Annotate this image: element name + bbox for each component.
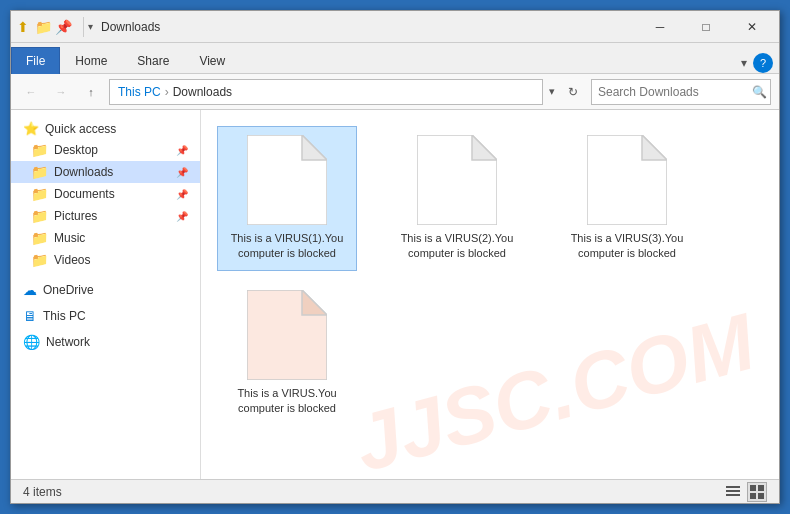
sidebar-item-pictures[interactable]: 📁 Pictures 📌 [11, 205, 200, 227]
quick-access-icon: ⭐ [23, 121, 39, 136]
sidebar-item-downloads[interactable]: 📁 Downloads 📌 [11, 161, 200, 183]
path-separator: › [165, 85, 169, 99]
help-icon[interactable]: ? [753, 53, 773, 73]
quick-access-label: Quick access [45, 122, 116, 136]
address-path[interactable]: This PC › Downloads [109, 79, 543, 105]
file-name-1: This is a VIRUS(2).You computer is block… [396, 231, 518, 262]
sidebar-item-this-pc[interactable]: 🖥 This PC [11, 305, 200, 327]
files-grid: This is a VIRUS(1).You computer is block… [209, 118, 771, 434]
svg-rect-9 [726, 490, 740, 492]
downloads-pin-icon: 📌 [176, 167, 188, 178]
downloads-label: Downloads [54, 165, 113, 179]
svg-marker-5 [642, 135, 667, 160]
file-icon-0 [247, 135, 327, 225]
window-title: Downloads [101, 20, 637, 34]
minimize-button[interactable]: ─ [637, 11, 683, 43]
address-bar: ← → ↑ This PC › Downloads ▾ ↻ 🔍 [11, 74, 779, 110]
tab-share[interactable]: Share [122, 47, 184, 74]
pictures-pin-icon: 📌 [176, 211, 188, 222]
sidebar-item-documents[interactable]: 📁 Documents 📌 [11, 183, 200, 205]
music-folder-icon: 📁 [31, 230, 48, 246]
ribbon: File Home Share View ▾ ? [11, 43, 779, 74]
svg-rect-11 [750, 485, 756, 491]
forward-button[interactable]: → [49, 80, 73, 104]
downloads-folder-icon: 📁 [31, 164, 48, 180]
file-item-1[interactable]: This is a VIRUS(2).You computer is block… [387, 126, 527, 271]
quick-access-pin-icon: 📌 [55, 19, 71, 35]
onedrive-icon: ☁ [23, 282, 37, 298]
documents-label: Documents [54, 187, 115, 201]
file-area: JJSC.COM This is a VIRUS(1).You computer… [201, 110, 779, 479]
file-icon-2 [587, 135, 667, 225]
sidebar-item-desktop[interactable]: 📁 Desktop 📌 [11, 139, 200, 161]
back-button[interactable]: ← [19, 80, 43, 104]
file-icon-1 [417, 135, 497, 225]
svg-rect-13 [750, 493, 756, 499]
refresh-button[interactable]: ↻ [561, 80, 585, 104]
sidebar-item-network[interactable]: 🌐 Network [11, 331, 200, 353]
network-label: Network [46, 335, 90, 349]
desktop-pin-icon: 📌 [176, 145, 188, 156]
path-downloads[interactable]: Downloads [173, 85, 232, 99]
sidebar-item-quick-access[interactable]: ⭐ Quick access [11, 118, 200, 139]
details-view-button[interactable] [723, 482, 743, 502]
pictures-label: Pictures [54, 209, 97, 223]
svg-marker-3 [472, 135, 497, 160]
window-controls: ─ □ ✕ [637, 11, 775, 43]
search-icon[interactable]: 🔍 [752, 85, 767, 99]
content-area: ⭐ Quick access 📁 Desktop 📌 📁 Downloads 📌… [11, 110, 779, 479]
pictures-folder-icon: 📁 [31, 208, 48, 224]
view-buttons [723, 482, 767, 502]
svg-rect-14 [758, 493, 764, 499]
search-input[interactable] [598, 85, 748, 99]
sidebar-item-onedrive[interactable]: ☁ OneDrive [11, 279, 200, 301]
ribbon-collapse-arrow[interactable]: ▾ [741, 56, 747, 70]
tab-view[interactable]: View [184, 47, 240, 74]
title-bar: ⬆ 📁 📌 ▾ Downloads ─ □ ✕ [11, 11, 779, 43]
this-pc-label: This PC [43, 309, 86, 323]
file-item-0[interactable]: This is a VIRUS(1).You computer is block… [217, 126, 357, 271]
file-icon-3 [247, 290, 327, 380]
close-button[interactable]: ✕ [729, 11, 775, 43]
videos-label: Videos [54, 253, 90, 267]
title-bar-dropdown-arrow[interactable]: ▾ [88, 21, 93, 32]
file-name-2: This is a VIRUS(3).You computer is block… [566, 231, 688, 262]
sidebar-item-music[interactable]: 📁 Music [11, 227, 200, 249]
tab-home[interactable]: Home [60, 47, 122, 74]
music-label: Music [54, 231, 85, 245]
sidebar: ⭐ Quick access 📁 Desktop 📌 📁 Downloads 📌… [11, 110, 201, 479]
tab-file[interactable]: File [11, 47, 60, 74]
path-this-pc[interactable]: This PC [118, 85, 161, 99]
svg-rect-12 [758, 485, 764, 491]
maximize-button[interactable]: □ [683, 11, 729, 43]
onedrive-label: OneDrive [43, 283, 94, 297]
item-count: 4 items [23, 485, 62, 499]
file-name-0: This is a VIRUS(1).You computer is block… [226, 231, 348, 262]
title-bar-divider [83, 17, 84, 37]
documents-pin-icon: 📌 [176, 189, 188, 200]
svg-marker-7 [302, 290, 327, 315]
quick-access-save-icon: ⬆ [15, 19, 31, 35]
svg-marker-1 [302, 135, 327, 160]
file-name-3: This is a VIRUS.You computer is blocked [226, 386, 348, 417]
videos-folder-icon: 📁 [31, 252, 48, 268]
this-pc-icon: 🖥 [23, 308, 37, 324]
ribbon-tabs: File Home Share View ▾ ? [11, 43, 779, 73]
file-item-2[interactable]: This is a VIRUS(3).You computer is block… [557, 126, 697, 271]
desktop-folder-icon: 📁 [31, 142, 48, 158]
large-icon-view-button[interactable] [747, 482, 767, 502]
documents-folder-icon: 📁 [31, 186, 48, 202]
up-button[interactable]: ↑ [79, 80, 103, 104]
address-dropdown-arrow[interactable]: ▾ [549, 85, 555, 98]
svg-rect-10 [726, 494, 740, 496]
quick-access-folder-icon: 📁 [35, 19, 51, 35]
file-item-3[interactable]: This is a VIRUS.You computer is blocked [217, 281, 357, 426]
sidebar-item-videos[interactable]: 📁 Videos [11, 249, 200, 271]
desktop-label: Desktop [54, 143, 98, 157]
title-bar-icons: ⬆ 📁 📌 [15, 19, 71, 35]
explorer-window: ⬆ 📁 📌 ▾ Downloads ─ □ ✕ File Home Share … [10, 10, 780, 504]
search-box[interactable]: 🔍 [591, 79, 771, 105]
status-bar: 4 items [11, 479, 779, 503]
network-icon: 🌐 [23, 334, 40, 350]
svg-rect-8 [726, 486, 740, 488]
